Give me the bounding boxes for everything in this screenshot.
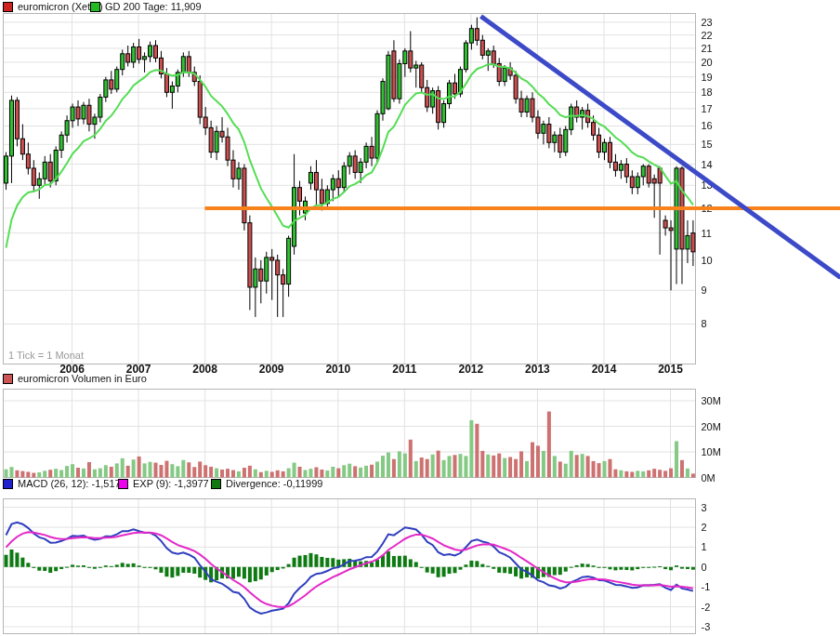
macd-legend-item: MACD (26, 12): -1,5177: [3, 478, 126, 489]
divergence-swatch-icon: [211, 479, 221, 489]
tick-interval-note: 1 Tick = 1 Monat: [8, 350, 84, 361]
price-volume-macd-chart: [0, 0, 840, 636]
gd200-swatch-icon: [90, 2, 100, 12]
macd-swatch-icon: [3, 479, 13, 489]
macd-value-label: MACD (26, 12): -1,5177: [18, 478, 126, 489]
volume-label: euromicron Volumen in Euro: [18, 373, 147, 384]
divergence-legend-item: Divergence: -0,11999: [211, 478, 322, 489]
exp-value-label: EXP (9): -1,3977: [133, 478, 209, 489]
divergence-value-label: Divergence: -0,11999: [226, 478, 322, 489]
chart-screen: euromicron (Xetra) GD 200 Tage: 11,909 1…: [0, 0, 840, 636]
gd200-label: GD 200 Tage: 11,909: [105, 1, 202, 12]
exp-legend-item: EXP (9): -1,3977: [118, 478, 209, 489]
symbol-swatch-icon: [3, 2, 13, 12]
volume-legend: euromicron Volumen in Euro: [3, 373, 147, 384]
main-legend: euromicron (Xetra): [3, 1, 103, 12]
gd200-legend: GD 200 Tage: 11,909: [90, 1, 202, 12]
exp-swatch-icon: [118, 479, 128, 489]
volume-swatch-icon: [3, 374, 13, 384]
